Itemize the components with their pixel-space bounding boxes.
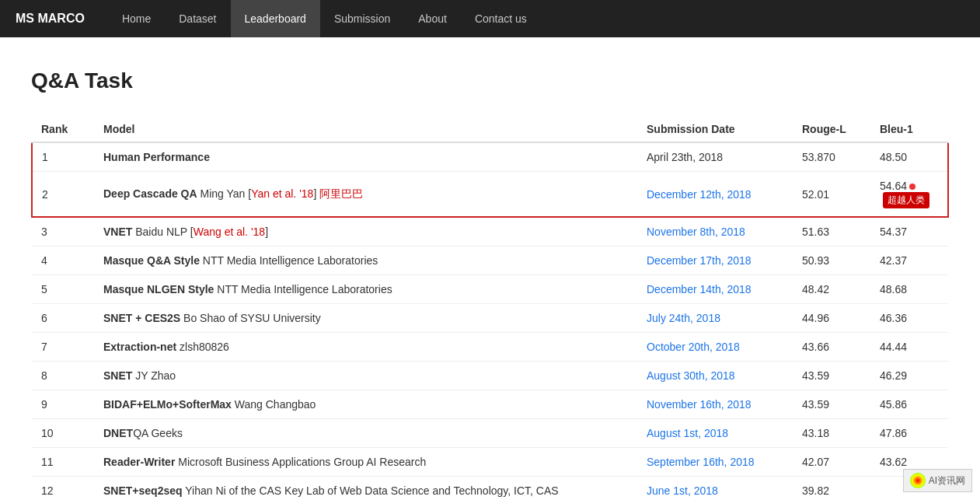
date-link[interactable]: October 20th, 2018 bbox=[647, 341, 740, 353]
navbar: MS MARCO Home Dataset Leaderboard Submis… bbox=[0, 0, 980, 37]
cell-rouge: 51.63 bbox=[793, 217, 870, 247]
model-name: Deep Cascade QA bbox=[103, 187, 197, 200]
model-detail: QA Geeks bbox=[133, 427, 183, 439]
cell-bleu: 54.64超越人类 bbox=[870, 172, 948, 218]
cell-rouge: 43.18 bbox=[793, 419, 870, 448]
cell-rank: 4 bbox=[32, 247, 94, 275]
col-rank: Rank bbox=[32, 117, 94, 142]
cell-date[interactable]: December 17th, 2018 bbox=[637, 247, 793, 275]
cell-bleu: 48.68 bbox=[870, 275, 948, 304]
cell-bleu: 48.50 bbox=[870, 142, 948, 172]
cell-model: SNET+seq2seq Yihan Ni of the CAS Key Lab… bbox=[94, 477, 637, 501]
nav-links: Home Dataset Leaderboard Submission Abou… bbox=[108, 0, 541, 37]
watermark-text: AI资讯网 bbox=[929, 474, 965, 488]
cell-bleu: 46.29 bbox=[870, 362, 948, 390]
table-row: 11Reader-Writer Microsoft Business Appli… bbox=[32, 448, 948, 477]
model-name: Masque Q&A Style bbox=[103, 254, 200, 267]
cell-model: Extraction-net zlsh80826 bbox=[94, 333, 637, 362]
cell-rank: 12 bbox=[32, 477, 94, 501]
model-detail: Ming Yan [ bbox=[197, 187, 252, 200]
page-title: Q&A Task bbox=[31, 68, 949, 93]
leaderboard-table: Rank Model Submission Date Rouge-L Bleu-… bbox=[31, 117, 949, 500]
watermark: AI资讯网 bbox=[903, 469, 972, 492]
date-link[interactable]: August 1st, 2018 bbox=[647, 427, 728, 439]
cell-rank: 3 bbox=[32, 217, 94, 247]
nav-about[interactable]: About bbox=[404, 0, 461, 37]
model-ref-link[interactable]: Yan et al. '18 bbox=[251, 187, 313, 200]
cell-rouge: 43.59 bbox=[793, 390, 870, 419]
cell-model: SNET JY Zhao bbox=[94, 362, 637, 390]
date-link[interactable]: December 14th, 2018 bbox=[647, 283, 752, 295]
cell-date[interactable]: October 20th, 2018 bbox=[637, 333, 793, 362]
red-dot-icon bbox=[909, 184, 915, 190]
cell-model: VNET Baidu NLP [Wang et al. '18] bbox=[94, 217, 637, 247]
cell-date[interactable]: July 24th, 2018 bbox=[637, 304, 793, 333]
table-row: 1Human PerformanceApril 23th, 201853.870… bbox=[32, 142, 948, 172]
cell-date[interactable]: December 12th, 2018 bbox=[637, 172, 793, 218]
main-content: Q&A Task Rank Model Submission Date Roug… bbox=[0, 37, 980, 500]
date-link[interactable]: August 30th, 2018 bbox=[647, 369, 735, 382]
cell-rouge: 43.66 bbox=[793, 333, 870, 362]
nav-home[interactable]: Home bbox=[108, 0, 165, 37]
date-link[interactable]: December 17th, 2018 bbox=[647, 254, 752, 267]
date-link[interactable]: June 1st, 2018 bbox=[647, 484, 718, 497]
model-ref-link[interactable]: Wang et al. '18 bbox=[194, 226, 265, 238]
cell-rank: 10 bbox=[32, 419, 94, 448]
model-detail: zlsh80826 bbox=[176, 341, 229, 353]
col-rouge: Rouge-L bbox=[793, 117, 870, 142]
date-link[interactable]: September 16th, 2018 bbox=[647, 456, 755, 468]
cell-model: Deep Cascade QA Ming Yan [Yan et al. '18… bbox=[94, 172, 637, 218]
model-name: DNET bbox=[103, 427, 133, 439]
model-name: Extraction-net bbox=[103, 341, 176, 353]
cell-date[interactable]: September 16th, 2018 bbox=[637, 448, 793, 477]
table-row: 6SNET + CES2S Bo Shao of SYSU University… bbox=[32, 304, 948, 333]
col-date: Submission Date bbox=[637, 117, 793, 142]
nav-dataset[interactable]: Dataset bbox=[165, 0, 230, 37]
date-link[interactable]: July 24th, 2018 bbox=[647, 312, 720, 324]
model-name: VNET bbox=[103, 226, 132, 238]
table-row: 3VNET Baidu NLP [Wang et al. '18]Novembe… bbox=[32, 217, 948, 247]
col-bleu: Bleu-1 bbox=[870, 117, 948, 142]
cell-rouge: 50.93 bbox=[793, 247, 870, 275]
model-detail: NTT Media Intelligence Laboratories bbox=[214, 283, 392, 295]
cell-date[interactable]: December 14th, 2018 bbox=[637, 275, 793, 304]
nav-submission[interactable]: Submission bbox=[320, 0, 404, 37]
cell-model: BIDAF+ELMo+SofterMax Wang Changbao bbox=[94, 390, 637, 419]
cell-date[interactable]: August 30th, 2018 bbox=[637, 362, 793, 390]
cell-date[interactable]: November 16th, 2018 bbox=[637, 390, 793, 419]
cell-date[interactable]: June 1st, 2018 bbox=[637, 477, 793, 501]
exceed-human-badge: 超越人类 bbox=[883, 192, 929, 208]
date-link[interactable]: November 8th, 2018 bbox=[647, 226, 745, 238]
model-name: Reader-Writer bbox=[103, 456, 175, 468]
model-detail: Baidu NLP [ bbox=[132, 226, 193, 238]
table-row: 10DNETQA GeeksAugust 1st, 201843.1847.86 bbox=[32, 419, 948, 448]
cell-model: Reader-Writer Microsoft Business Applica… bbox=[94, 448, 637, 477]
cell-rank: 6 bbox=[32, 304, 94, 333]
cell-bleu: 47.86 bbox=[870, 419, 948, 448]
cell-rank: 9 bbox=[32, 390, 94, 419]
nav-leaderboard[interactable]: Leaderboard bbox=[231, 0, 320, 37]
cell-rouge: 44.96 bbox=[793, 304, 870, 333]
brand-logo: MS MARCO bbox=[16, 12, 85, 26]
cell-rank: 2 bbox=[32, 172, 94, 218]
model-name: Masque NLGEN Style bbox=[103, 283, 214, 295]
cell-date[interactable]: August 1st, 2018 bbox=[637, 419, 793, 448]
cell-rank: 1 bbox=[32, 142, 94, 172]
cell-model: Human Performance bbox=[94, 142, 637, 172]
date-link[interactable]: December 12th, 2018 bbox=[647, 188, 752, 201]
model-detail-close: ] bbox=[265, 226, 268, 238]
model-detail: NTT Media Intelligence Laboratories bbox=[200, 254, 378, 267]
model-detail: Microsoft Business Applications Group AI… bbox=[175, 456, 426, 468]
table-row: 5Masque NLGEN Style NTT Media Intelligen… bbox=[32, 275, 948, 304]
cell-rouge: 48.42 bbox=[793, 275, 870, 304]
model-name: SNET+seq2seq bbox=[103, 484, 183, 497]
cell-bleu: 54.37 bbox=[870, 217, 948, 247]
watermark-icon bbox=[910, 473, 926, 488]
nav-contact[interactable]: Contact us bbox=[461, 0, 541, 37]
cell-rouge: 52.01 bbox=[793, 172, 870, 218]
cell-date[interactable]: November 8th, 2018 bbox=[637, 217, 793, 247]
model-org: 阿里巴巴 bbox=[319, 187, 363, 200]
date-link[interactable]: November 16th, 2018 bbox=[647, 398, 752, 411]
cell-rank: 11 bbox=[32, 448, 94, 477]
cell-bleu: 42.37 bbox=[870, 247, 948, 275]
